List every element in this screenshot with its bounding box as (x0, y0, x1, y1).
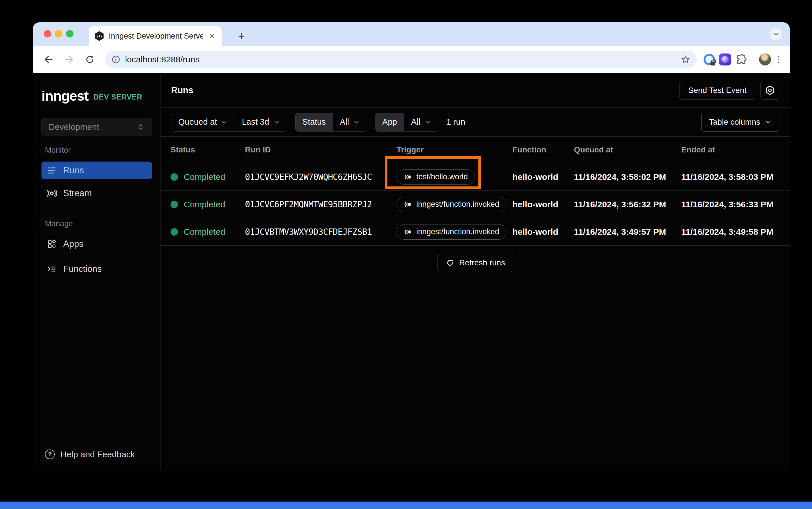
browser-tab[interactable]: Inngest Development Server ✕ (89, 26, 222, 46)
chevron-down-icon (273, 119, 280, 126)
ended-at-value: 11/16/2024, 3:56:33 PM (681, 200, 790, 209)
time-range-value: Last 3d (242, 117, 269, 127)
column-header-queued-at: Queued at (574, 145, 681, 155)
app-filter-value[interactable]: All (404, 113, 438, 131)
trigger-badge[interactable]: test/hello.world (396, 169, 475, 185)
event-icon (404, 173, 412, 181)
table-columns-button[interactable]: Table columns (701, 113, 779, 132)
status-cell: Completed (170, 200, 245, 209)
sidebar-item-apps[interactable]: Apps (41, 235, 152, 253)
trigger-name: inngest/function.invoked (416, 200, 499, 209)
time-filter-group: Queued at Last 3d (171, 113, 287, 132)
column-header-trigger: Trigger (396, 145, 513, 155)
page-title: Runs (171, 85, 193, 96)
url-text[interactable]: localhost:8288/runs (125, 55, 676, 64)
sidebar-item-label: Stream (63, 188, 92, 199)
inngest-logo: inngest (41, 89, 89, 103)
forward-button[interactable] (61, 51, 77, 68)
forward-arrow-icon (64, 54, 74, 65)
function-name[interactable]: hello-world (513, 227, 574, 237)
sidebar: inngest DEV SERVER Development Monitor R… (33, 73, 161, 471)
queued-at-value: 11/16/2024, 3:56:32 PM (574, 200, 681, 209)
sidebar-item-label: Runs (63, 165, 84, 176)
column-header-run-id: Run ID (245, 145, 396, 155)
apps-icon (46, 239, 57, 249)
bookmark-star-icon[interactable] (681, 55, 690, 64)
queued-at-value: 11/16/2024, 3:58:02 PM (574, 172, 681, 182)
stream-icon (46, 188, 57, 199)
column-header-function: Function (513, 145, 574, 155)
trigger-badge[interactable]: inngest/function.invoked (396, 197, 507, 212)
environment-select[interactable]: Development (41, 118, 152, 136)
runs-icon (46, 165, 57, 176)
run-id[interactable]: 01JCVBTMV3WXY9D3CFDEJFZSB1 (245, 227, 396, 237)
tab-search-button[interactable] (770, 28, 782, 40)
status-text: Completed (184, 227, 225, 237)
table-row[interactable]: Completed 01JCVC6PF2MQNMTWE95BBRZPJ2 inn… (161, 191, 790, 218)
column-header-ended-at: Ended at (681, 145, 790, 155)
function-name[interactable]: hello-world (513, 172, 574, 182)
close-window-button[interactable] (44, 30, 51, 37)
time-range-filter[interactable]: Last 3d (235, 113, 287, 131)
function-name[interactable]: hello-world (513, 200, 574, 209)
sidebar-item-functions[interactable]: Functions (41, 260, 152, 278)
settings-button[interactable] (760, 81, 779, 100)
run-id[interactable]: 01JCVC9EFKJ2W70WQHC6ZH6SJC (245, 172, 396, 182)
help-and-feedback[interactable]: ? Help and Feedback (41, 449, 152, 459)
status-dot-icon (170, 228, 178, 236)
extensions-puzzle-icon[interactable] (735, 54, 747, 66)
status-cell: Completed (170, 172, 245, 182)
sidebar-item-stream[interactable]: Stream (41, 184, 152, 202)
zoom-window-button[interactable] (66, 30, 73, 37)
logo-row: inngest DEV SERVER (41, 89, 152, 103)
chevron-down-icon (773, 31, 779, 37)
chevron-down-icon (424, 119, 431, 126)
status-text: Completed (184, 200, 225, 209)
help-label: Help and Feedback (60, 449, 135, 459)
trigger-cell: inngest/function.invoked (396, 197, 513, 212)
column-header-status: Status (170, 145, 245, 155)
trigger-cell: test/hello.world (396, 169, 513, 185)
table-row[interactable]: Completed 01JCVBTMV3WXY9D3CFDEJFZSB1 inn… (161, 218, 790, 246)
trigger-badge[interactable]: inngest/function.invoked (396, 224, 507, 240)
status-filter-value[interactable]: All (333, 113, 367, 131)
table-row[interactable]: Completed 01JCVC9EFKJ2W70WQHC6ZH6SJC tes… (161, 163, 790, 191)
status-cell: Completed (170, 227, 245, 237)
tab-close-icon[interactable]: ✕ (207, 32, 216, 41)
gear-icon (765, 85, 775, 96)
refresh-runs-button[interactable]: Refresh runs (437, 253, 513, 272)
profile-avatar[interactable] (759, 54, 771, 66)
site-info-icon[interactable] (111, 55, 121, 64)
status-text: Completed (184, 172, 225, 182)
status-filter-label: Status (296, 113, 333, 131)
sidebar-item-runs[interactable]: Runs (41, 162, 152, 179)
app-filter-group: App All (375, 113, 438, 132)
browser-menu-button[interactable] (775, 56, 782, 63)
app-filter-label: App (376, 113, 404, 131)
inngest-favicon-icon (94, 31, 104, 41)
chevron-down-icon (765, 119, 772, 126)
queued-at-filter[interactable]: Queued at (171, 113, 235, 131)
refresh-icon (446, 258, 455, 267)
background-window-strip (0, 502, 812, 509)
reload-button[interactable] (82, 51, 98, 68)
new-tab-button[interactable]: + (235, 29, 248, 43)
trigger-name: test/hello.world (416, 172, 468, 181)
ended-at-value: 11/16/2024, 3:49:58 PM (681, 227, 790, 237)
environment-value: Development (48, 122, 99, 132)
password-manager-extension-icon[interactable] (704, 54, 715, 65)
minimize-window-button[interactable] (55, 30, 62, 37)
event-icon (404, 200, 412, 209)
ended-at-value: 11/16/2024, 3:58:03 PM (681, 172, 790, 182)
table-header-row: Status Run ID Trigger Function Queued at… (161, 137, 790, 163)
browser-window: Inngest Development Server ✕ + localhost… (33, 22, 790, 471)
functions-icon (46, 264, 57, 274)
address-bar[interactable]: localhost:8288/runs (105, 50, 697, 68)
purple-extension-icon[interactable] (719, 54, 731, 66)
filter-bar: Queued at Last 3d Status (161, 107, 790, 137)
back-arrow-icon (43, 54, 54, 65)
run-id[interactable]: 01JCVC6PF2MQNMTWE95BBRZPJ2 (245, 199, 396, 209)
send-test-event-button[interactable]: Send Test Event (680, 81, 755, 100)
sidebar-item-label: Functions (63, 264, 102, 274)
back-button[interactable] (40, 51, 57, 68)
